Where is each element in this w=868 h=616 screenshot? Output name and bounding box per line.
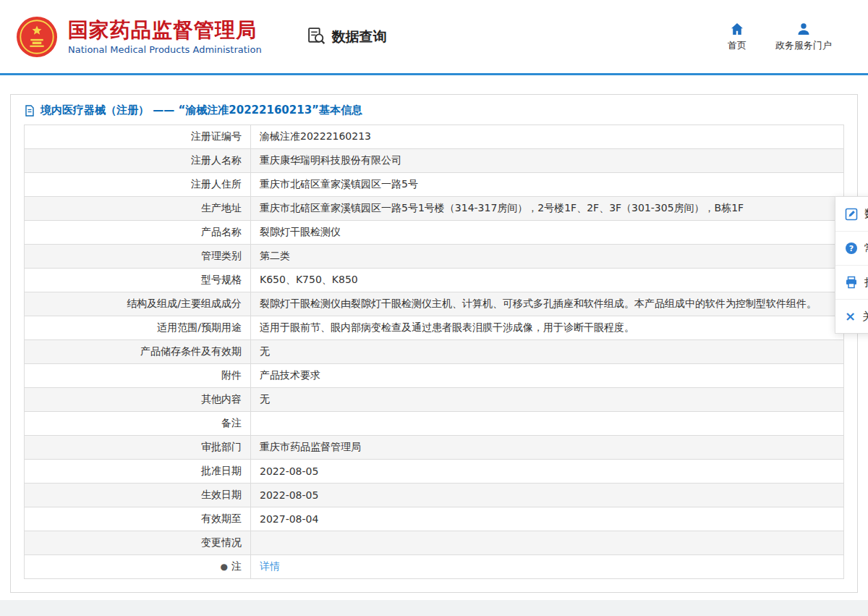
national-emblem-icon — [16, 16, 58, 58]
row-value: 2022-08-05 — [251, 460, 844, 484]
row-label: 附件 — [25, 364, 251, 388]
table-row: 结构及组成/主要组成成分裂隙灯干眼检测仪由裂隙灯干眼检测仪主机、计算机、可移式多… — [25, 292, 844, 316]
row-value: 详情 — [251, 555, 844, 579]
row-value: 第二类 — [251, 245, 844, 269]
data-query-label: 数据查询 — [332, 28, 387, 46]
table-row: 有效期至2027-08-04 — [25, 507, 844, 531]
page-title: 境内医疗器械（注册） —— “渝械注准20222160213”基本信息 — [11, 95, 857, 125]
table-row: 产品储存条件及有效期无 — [25, 340, 844, 364]
row-value: 产品技术要求 — [251, 364, 844, 388]
org-titles: 国家药品监督管理局 National Medical Products Admi… — [68, 18, 262, 56]
row-label: 其他内容 — [25, 388, 251, 412]
table-row: 注册人名称重庆康华瑞明科技股份有限公司 — [25, 149, 844, 173]
row-value — [251, 412, 844, 436]
row-label: 批准日期 — [25, 460, 251, 484]
row-label: 适用范围/预期用途 — [25, 316, 251, 340]
row-value: 重庆康华瑞明科技股份有限公司 — [251, 149, 844, 173]
close-icon: × — [845, 310, 856, 323]
table-row: 生产地址重庆市北碚区童家溪镇园区一路5号1号楼（314-317房间），2号楼1F… — [25, 197, 844, 221]
info-table: 注册证编号渝械注准20222160213注册人名称重庆康华瑞明科技股份有限公司注… — [24, 125, 844, 579]
table-row: 变更情况 — [25, 531, 844, 555]
site-header: 国家药品监督管理局 National Medical Products Admi… — [0, 0, 868, 73]
table-row: 适用范围/预期用途适用于眼前节、眼内部病变检查及通过患者眼表泪膜干涉成像，用于诊… — [25, 316, 844, 340]
header-divider — [0, 73, 868, 75]
nav-portal-label: 政务服务门户 — [775, 39, 832, 52]
row-label: 生效日期 — [25, 484, 251, 507]
svg-text:?: ? — [849, 244, 854, 253]
info-table-body: 注册证编号渝械注准20222160213注册人名称重庆康华瑞明科技股份有限公司注… — [25, 125, 844, 579]
floating-toolbar: 数 ? 常 打 × 关 — [835, 196, 868, 334]
toolbar-item-feedback[interactable]: 数 — [835, 197, 868, 231]
nav-home-label: 首页 — [728, 39, 746, 52]
org-name-cn: 国家药品监督管理局 — [68, 18, 262, 43]
site-logo[interactable]: 国家药品监督管理局 National Medical Products Admi… — [16, 16, 262, 58]
row-value: 渝械注准20222160213 — [251, 125, 844, 149]
content-panel: 境内医疗器械（注册） —— “渝械注准20222160213”基本信息 注册证编… — [10, 94, 858, 593]
toolbar-item-faq[interactable]: ? 常 — [835, 231, 868, 265]
row-label: 生产地址 — [25, 197, 251, 221]
row-value: 适用于眼前节、眼内部病变检查及通过患者眼表泪膜干涉成像，用于诊断干眼程度。 — [251, 316, 844, 340]
edit-feedback-icon — [845, 208, 858, 221]
header-nav: 首页 政务服务门户 — [728, 22, 832, 52]
toolbar-item-label: 打 — [864, 276, 868, 290]
row-label: 有效期至 — [25, 507, 251, 531]
user-icon — [796, 22, 811, 36]
toolbar-item-label: 数 — [864, 207, 868, 221]
table-row: 批准日期2022-08-05 — [25, 460, 844, 484]
note-dot-icon: ● — [221, 562, 228, 572]
table-row: 注册人住所重庆市北碚区童家溪镇园区一路5号 — [25, 173, 844, 197]
row-label: 注册人住所 — [25, 173, 251, 197]
row-value: 2027-08-04 — [251, 507, 844, 531]
row-label: 注册人名称 — [25, 149, 251, 173]
page-title-text: 境内医疗器械（注册） —— “渝械注准20222160213”基本信息 — [41, 104, 362, 117]
row-label: 产品储存条件及有效期 — [25, 340, 251, 364]
row-value: 重庆市北碚区童家溪镇园区一路5号 — [251, 173, 844, 197]
document-search-icon — [307, 27, 326, 46]
row-label: 注册证编号 — [25, 125, 251, 149]
row-label: 管理类别 — [25, 245, 251, 269]
table-row: 审批部门重庆市药品监督管理局 — [25, 436, 844, 460]
toolbar-item-print[interactable]: 打 — [835, 265, 868, 299]
detail-link[interactable]: 详情 — [260, 560, 280, 572]
printer-icon — [845, 276, 858, 289]
row-value: 2022-08-05 — [251, 484, 844, 507]
row-value: 重庆市北碚区童家溪镇园区一路5号1号楼（314-317房间），2号楼1F、2F、… — [251, 197, 844, 221]
row-label: 审批部门 — [25, 436, 251, 460]
nav-portal[interactable]: 政务服务门户 — [775, 22, 832, 52]
row-value: 无 — [251, 340, 844, 364]
data-query-nav[interactable]: 数据查询 — [307, 27, 387, 46]
toolbar-item-label: 常 — [864, 242, 868, 256]
row-value: 重庆市药品监督管理局 — [251, 436, 844, 460]
home-icon — [730, 22, 744, 36]
row-value — [251, 531, 844, 555]
row-label: 产品名称 — [25, 221, 251, 245]
table-row: 生效日期2022-08-05 — [25, 484, 844, 507]
row-label: 型号规格 — [25, 269, 251, 292]
row-value: 裂隙灯干眼检测仪 — [251, 221, 844, 245]
table-row: 备注 — [25, 412, 844, 436]
row-label: ●注 — [25, 555, 251, 579]
table-row: 管理类别第二类 — [25, 245, 844, 269]
row-label: 备注 — [25, 412, 251, 436]
toolbar-item-close[interactable]: × 关 — [835, 299, 868, 333]
row-value: 裂隙灯干眼检测仪由裂隙灯干眼检测仪主机、计算机、可移式多孔插座和软件组成。本产品… — [251, 292, 844, 316]
table-row: 注册证编号渝械注准20222160213 — [25, 125, 844, 149]
nav-home[interactable]: 首页 — [728, 22, 746, 52]
table-row: 产品名称裂隙灯干眼检测仪 — [25, 221, 844, 245]
table-row: ●注详情 — [25, 555, 844, 579]
toolbar-item-label: 关 — [862, 310, 868, 324]
row-label: 变更情况 — [25, 531, 251, 555]
org-name-en: National Medical Products Administration — [68, 44, 262, 55]
row-label: 结构及组成/主要组成成分 — [25, 292, 251, 316]
table-row: 附件产品技术要求 — [25, 364, 844, 388]
question-circle-icon: ? — [845, 242, 858, 255]
footer-strip — [0, 600, 868, 616]
table-row: 型号规格K650、K750、K850 — [25, 269, 844, 292]
document-icon — [24, 105, 35, 117]
row-value: K650、K750、K850 — [251, 269, 844, 292]
row-value: 无 — [251, 388, 844, 412]
table-row: 其他内容无 — [25, 388, 844, 412]
